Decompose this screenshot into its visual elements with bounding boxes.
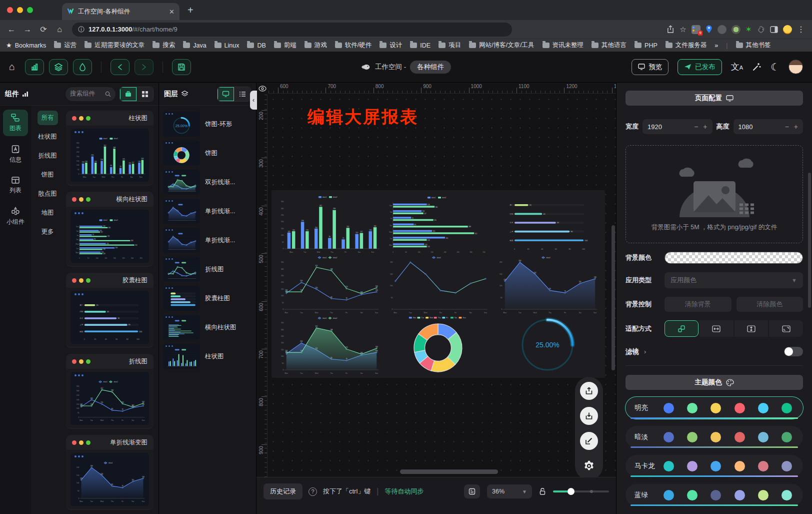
component-card[interactable]: 折线图data1data2050100150200250300350120200…	[66, 354, 154, 429]
category-item[interactable]: 散点图	[34, 187, 61, 201]
undo-button[interactable]	[110, 59, 130, 75]
bookmarks-manager[interactable]: ★Bookmarks	[6, 42, 46, 49]
bookmark-item[interactable]: IDE	[410, 41, 430, 50]
sidebar-item-charts[interactable]: 图表	[3, 110, 28, 136]
category-item[interactable]: 折线图	[34, 149, 61, 163]
sidebar-item-widgets[interactable]: 小组件	[3, 203, 28, 230]
zoom-slider-knob[interactable]	[568, 488, 574, 495]
zoom-slider[interactable]	[553, 490, 609, 492]
chevron-right-icon[interactable]: ›	[644, 348, 646, 355]
grid-view-toggle[interactable]	[136, 87, 153, 101]
component-card[interactable]: 胶囊柱图厦门20南阳40北京60上海80新疆100020406080100	[66, 273, 154, 348]
site-info-icon[interactable]	[78, 26, 84, 33]
bookmark-item[interactable]: 网站/博客/文章/工具	[469, 41, 534, 50]
save-button[interactable]	[172, 59, 191, 75]
category-item[interactable]: 地图	[38, 206, 58, 220]
layer-item[interactable]: 双折线渐...	[163, 170, 252, 195]
bookmark-item[interactable]: 资讯未整理	[542, 41, 584, 50]
bookmark-item[interactable]: 其他语言	[592, 41, 626, 50]
app-home-icon[interactable]: ⌂	[9, 61, 15, 73]
fit-width-button[interactable]	[700, 320, 734, 337]
theme-row-暗淡[interactable]: 暗淡	[626, 426, 803, 448]
canvas[interactable]: ‹ 6007008009001000110012001300 200300400…	[256, 83, 616, 514]
shortcut-doc-button[interactable]	[464, 484, 480, 498]
layer-list-view-toggle[interactable]	[234, 87, 250, 101]
redo-button[interactable]	[134, 59, 154, 75]
canvas-vertical-scrollbar[interactable]	[612, 225, 615, 370]
bookmark-item[interactable]: PHP	[634, 41, 658, 50]
layer-item[interactable]: 单折线渐...	[163, 199, 252, 224]
bookmark-item[interactable]: Java	[183, 41, 206, 50]
lock-icon[interactable]	[539, 487, 546, 495]
component-card[interactable]: 横向柱状图data1data2050100150200250300350Mon1…	[66, 192, 154, 267]
board-chart-dual-line-gradient-area-chart[interactable]: data1data2050100150200250300350120200150…	[274, 314, 384, 375]
layer-item[interactable]: 折线图	[163, 257, 252, 282]
layer-item[interactable]: 横向柱状图	[163, 315, 252, 340]
board-chart-single-line-gradient-chart[interactable]: data1050100150200MonTueWedThuFriSatSun	[384, 254, 492, 314]
layer-thumbnail-view-toggle[interactable]	[218, 87, 234, 101]
publish-button[interactable]: 已发布	[678, 59, 722, 75]
chart-panel-toggle[interactable]	[25, 59, 44, 75]
category-item[interactable]: 柱状图	[34, 130, 61, 144]
board-chart-bar-chart[interactable]: data1data2050100150200250300350Mon120130…	[274, 193, 384, 254]
board-chart-hbar-chart[interactable]: data1data2050100150200250300350Mon120130…	[384, 193, 492, 254]
minimize-window-button[interactable]	[17, 7, 23, 13]
category-item[interactable]: 饼图	[38, 168, 58, 182]
help-icon[interactable]: ?	[308, 487, 317, 496]
fit-height-button[interactable]	[734, 320, 768, 337]
preview-button[interactable]: 预览	[632, 59, 668, 75]
extensions-puzzle-icon[interactable]	[757, 26, 765, 34]
bookmark-item[interactable]: 运营	[54, 41, 76, 50]
layer-item[interactable]: 单折线渐...	[163, 228, 252, 253]
extension-star-icon[interactable]: ✶	[746, 25, 752, 34]
bookmark-item[interactable]: DB	[247, 41, 266, 50]
category-item[interactable]: 更多	[38, 225, 58, 239]
new-tab-button[interactable]: +	[188, 5, 194, 16]
zoom-select[interactable]: 36%▼	[487, 484, 532, 498]
background-upload-dropzone[interactable]: 背景图需小于 5M ，格式为 png/jpg/gif 的文件	[626, 145, 803, 243]
clear-color-button[interactable]: 清除颜色	[736, 297, 804, 312]
bg-color-swatch[interactable]	[664, 252, 803, 264]
theme-row-蓝绿[interactable]: 蓝绿	[626, 484, 803, 506]
browser-tab[interactable]: 工作空间-各种组件 ✕	[62, 3, 180, 20]
traffic-lights[interactable]	[0, 7, 40, 13]
home-icon[interactable]: ⌂	[53, 25, 66, 34]
browser-menu-icon[interactable]: ⋮	[797, 25, 805, 34]
clear-background-button[interactable]: 清除背景	[664, 297, 732, 312]
component-card[interactable]: 单折线渐变图data105010015020012020015080701101…	[66, 435, 154, 510]
bookmark-item[interactable]: 文件服务器	[666, 41, 707, 50]
extension-green-icon[interactable]	[732, 25, 740, 34]
bookmark-item[interactable]: 软件/硬件	[335, 41, 372, 50]
reload-icon[interactable]: ⟳	[37, 25, 50, 34]
board-chart-pie-chart[interactable]: MonTueWedThuFriSatSun	[384, 314, 492, 375]
maximize-window-button[interactable]	[27, 7, 33, 13]
bookmark-star-icon[interactable]: ☆	[680, 25, 686, 34]
height-plus-button[interactable]: +	[794, 123, 798, 131]
dashboard-board[interactable]: data1data2050100150200250300350Mon120130…	[272, 190, 605, 378]
extension-pin-icon[interactable]	[706, 25, 712, 34]
height-stepper[interactable]: 1080−+	[734, 119, 804, 134]
width-minus-button[interactable]: −	[694, 123, 698, 131]
board-chart-single-line-gradient-area-chart[interactable]: data10501001502001202001508070110130MonT…	[493, 254, 602, 314]
bookmark-item[interactable]: 搜索	[152, 41, 175, 50]
bookmark-item[interactable]: Linux	[214, 41, 240, 50]
bookmark-item[interactable]: 近期需要读的文章	[84, 41, 144, 50]
workspace-name[interactable]: 各种组件	[410, 61, 451, 74]
category-item[interactable]: 所有	[38, 111, 58, 125]
layer-item[interactable]: 柱状图	[163, 344, 252, 369]
collapse-layer-panel-button[interactable]: ‹	[250, 91, 257, 110]
board-chart-line-chart[interactable]: data1data2050100150200250300350120200150…	[274, 254, 384, 314]
layer-panel-toggle[interactable]	[49, 59, 68, 75]
sidebar-item-info[interactable]: 信息	[3, 141, 28, 168]
page-config-header[interactable]: 页面配置	[626, 91, 803, 106]
bookmark-item[interactable]: 游戏	[304, 41, 327, 50]
fit-stretch-button[interactable]	[769, 320, 803, 337]
close-window-button[interactable]	[7, 7, 13, 13]
language-icon[interactable]: 文A	[731, 61, 743, 73]
back-icon[interactable]: ←	[5, 25, 18, 34]
ruler-eye-icon[interactable]	[256, 83, 268, 95]
theme-row-马卡龙[interactable]: 马卡龙	[626, 455, 803, 477]
address-bar[interactable]: 127.0.0.1:3000/#/chart/home/9	[72, 23, 512, 37]
app-type-select[interactable]: 应用颜色▼	[664, 272, 803, 288]
fit-scale-button[interactable]	[664, 320, 698, 337]
